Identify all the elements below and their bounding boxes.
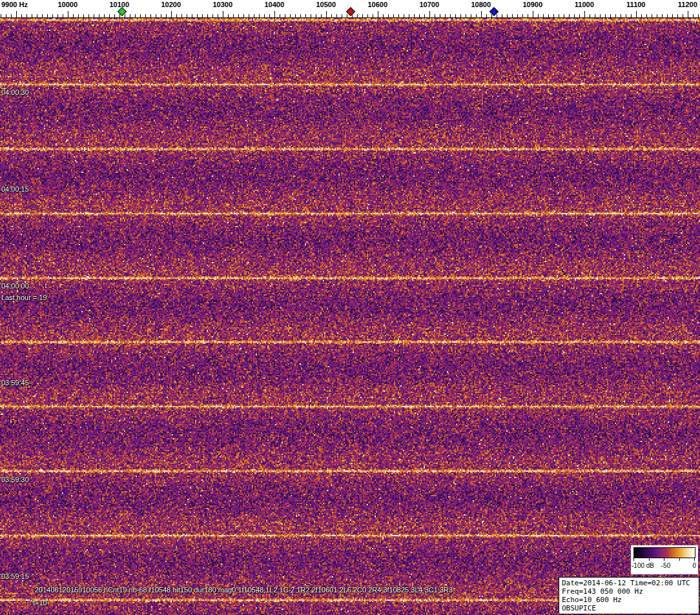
freq-tick-label: 10700 xyxy=(420,1,440,8)
freq-tick-label: 9900 Hz xyxy=(1,1,28,8)
colorbar: -100 dB -50 0 xyxy=(631,545,698,574)
ruler-tick xyxy=(254,14,254,17)
ruler-tick xyxy=(698,14,699,17)
meteor-spectrogram-app: 9900 Hz100001010010200103001040010500106… xyxy=(0,0,700,615)
ruler-tick xyxy=(135,14,136,17)
ruler-tick xyxy=(94,14,94,17)
freq-tick-label: 11100 xyxy=(626,1,645,8)
ruler-tick xyxy=(538,14,539,17)
ruler-tick xyxy=(512,14,513,17)
ruler-tick xyxy=(440,14,440,17)
ruler-tick xyxy=(274,11,275,17)
ruler-tick xyxy=(559,14,559,17)
ruler-tick xyxy=(600,14,601,17)
ruler-tick xyxy=(11,14,12,17)
info-box: Date=2014-06-12 Time=02:00 UTC Freq=143 … xyxy=(559,577,699,614)
ruler-tick xyxy=(528,14,528,17)
freq-tick-label: 10000 xyxy=(58,1,78,8)
frequency-ruler[interactable]: 9900 Hz100001010010200103001040010500106… xyxy=(0,0,700,18)
freq-tick-label: 10900 xyxy=(523,1,543,8)
ruler-tick xyxy=(646,14,647,17)
freq-tick-label: 10100 xyxy=(110,1,130,8)
ruler-tick xyxy=(63,14,63,17)
ruler-tick xyxy=(404,14,404,17)
ruler-tick xyxy=(543,14,544,17)
ruler-tick xyxy=(269,14,270,17)
ruler-tick xyxy=(326,11,327,17)
ruler-tick xyxy=(502,14,502,17)
ruler-tick xyxy=(667,14,668,17)
ruler-tick xyxy=(641,14,642,17)
ruler-tick xyxy=(125,14,125,17)
ruler-tick xyxy=(21,14,22,17)
colorbar-tick xyxy=(649,558,650,561)
ruler-tick xyxy=(362,14,363,17)
ruler-tick xyxy=(280,14,280,17)
ruler-tick xyxy=(342,14,342,17)
colorbar-label-max: 0 xyxy=(692,562,696,569)
ruler-tick xyxy=(615,14,616,17)
ruler-tick xyxy=(171,11,172,17)
red-marker-diamond[interactable] xyxy=(346,7,355,16)
ruler-tick xyxy=(207,14,208,17)
ruler-tick xyxy=(564,14,564,17)
ruler-tick xyxy=(52,14,53,17)
colorbar-tick xyxy=(679,558,680,561)
ruler-tick xyxy=(192,14,192,17)
ruler-tick xyxy=(26,14,27,17)
ruler-tick xyxy=(187,14,187,17)
ruler-tick xyxy=(331,14,332,17)
ruler-tick xyxy=(114,14,115,17)
freq-tick-label: 10800 xyxy=(471,1,491,8)
ruler-tick xyxy=(1,14,1,17)
ruler-tick xyxy=(507,14,508,17)
ruler-tick xyxy=(683,14,683,17)
ruler-tick xyxy=(460,14,461,17)
ruler-tick xyxy=(264,14,265,17)
ruler-tick xyxy=(109,14,110,17)
ruler-tick xyxy=(197,14,198,17)
ruler-tick xyxy=(569,14,570,17)
ruler-tick xyxy=(6,14,6,17)
ruler-tick xyxy=(378,11,378,17)
ruler-tick xyxy=(435,14,435,17)
colorbar-gradient xyxy=(633,547,695,558)
ruler-tick xyxy=(605,14,606,17)
ruler-tick xyxy=(316,14,316,17)
ruler-tick xyxy=(42,14,43,17)
colorbar-tick xyxy=(694,558,695,561)
ruler-tick xyxy=(471,14,471,17)
ruler-tick xyxy=(37,14,37,17)
ruler-tick xyxy=(145,14,146,17)
ruler-tick xyxy=(574,14,575,17)
ruler-tick xyxy=(156,14,156,17)
ruler-tick xyxy=(83,14,84,17)
ruler-tick xyxy=(553,14,554,17)
ruler-tick xyxy=(202,14,203,17)
ruler-tick xyxy=(383,14,384,17)
ruler-tick xyxy=(533,11,533,17)
ruler-tick xyxy=(548,14,549,17)
ruler-tick xyxy=(393,14,394,17)
waterfall-canvas[interactable] xyxy=(0,18,700,615)
ruler-tick xyxy=(677,14,678,17)
ruler-tick xyxy=(233,14,234,17)
ruler-tick xyxy=(290,14,291,17)
ruler-tick xyxy=(419,14,420,17)
ruler-tick xyxy=(218,14,218,17)
colorbar-label-min: -100 dB xyxy=(632,562,654,569)
freq-tick-label: 10400 xyxy=(265,1,285,8)
ruler-tick xyxy=(78,14,79,17)
ruler-tick xyxy=(295,14,296,17)
ruler-tick xyxy=(497,14,497,17)
ruler-tick xyxy=(522,14,523,17)
ruler-tick xyxy=(161,14,161,17)
ruler-tick xyxy=(88,14,89,17)
ruler-tick xyxy=(491,14,492,17)
ruler-tick xyxy=(466,14,466,17)
ruler-tick xyxy=(104,14,105,17)
ruler-tick xyxy=(300,14,301,17)
ruler-tick xyxy=(130,14,130,17)
ruler-tick xyxy=(176,14,177,17)
ruler-tick xyxy=(584,11,585,17)
